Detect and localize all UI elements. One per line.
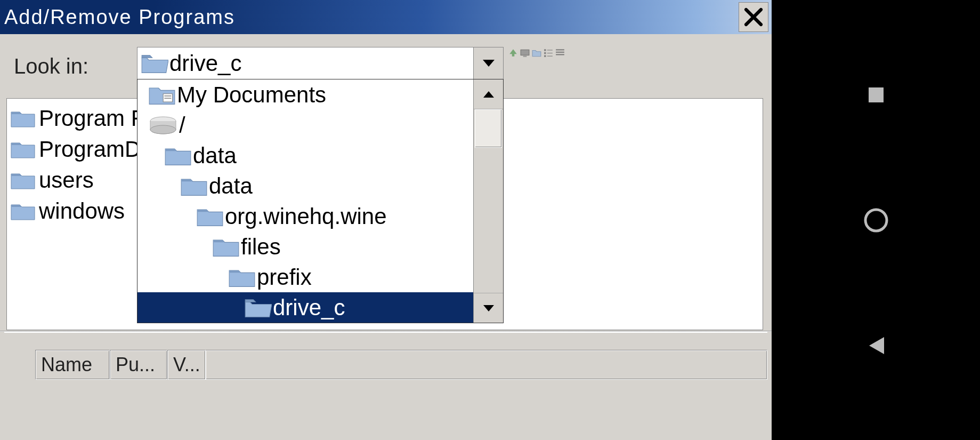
svg-rect-1 [523,56,527,57]
folder-icon [10,139,36,160]
folder-icon [10,170,36,191]
dropdown-list[interactable]: My Documents/datadataorg.winehq.winefile… [137,79,473,323]
scroll-up-button[interactable] [474,79,503,109]
recents-button[interactable] [857,76,895,114]
circle-icon [862,206,890,234]
dropdown-item[interactable]: / [137,110,473,140]
lookin-dropdown-popup: My Documents/datadataorg.winehq.winefile… [137,79,504,323]
svg-rect-10 [556,54,564,55]
new-folder-icon[interactable] [532,48,541,58]
table-header-publisher[interactable]: Pu... [110,350,167,380]
desktop-icon[interactable] [520,48,530,58]
lookin-combo[interactable]: drive_c [137,47,504,80]
folder-icon [10,201,36,222]
scroll-down-button[interactable] [474,293,503,323]
table-header-version[interactable]: V... [167,350,206,380]
dropdown-item[interactable]: data [137,140,473,171]
scroll-thumb[interactable] [475,109,502,148]
toolbar-icons [508,48,565,58]
dropdown-item[interactable]: org.winehq.wine [137,201,473,231]
svg-rect-5 [547,50,553,50]
chevron-down-icon [482,59,496,68]
svg-rect-13 [164,98,171,99]
dropdown-item[interactable]: prefix [137,262,473,292]
window-title: Add/Remove Programs [4,6,235,29]
title-bar: Add/Remove Programs [0,0,772,34]
folder-open-icon [141,52,168,75]
lookin-current-text: drive_c [169,51,241,76]
svg-rect-11 [163,93,172,101]
triangle-left-icon [866,335,886,356]
svg-rect-3 [544,52,546,54]
dropdown-item[interactable]: drive_c [137,292,473,323]
dropdown-item-label: org.winehq.wine [225,204,387,229]
dropdown-item[interactable]: My Documents [137,79,473,110]
folder-label: users [39,167,94,193]
lookin-label: Look in: [14,54,88,78]
close-button[interactable] [739,2,768,32]
dropdown-item-label: prefix [257,265,312,290]
scroll-track[interactable] [474,109,503,293]
svg-rect-12 [164,95,171,97]
svg-rect-2 [544,49,546,51]
dropdown-item[interactable]: data [137,171,473,201]
lookin-current: drive_c [137,51,473,76]
dropdown-item-label: My Documents [177,82,326,108]
android-navbar [772,0,980,440]
home-button[interactable] [857,202,895,239]
svg-rect-16 [869,87,884,102]
dropdown-item[interactable]: files [137,231,473,262]
svg-rect-6 [547,53,553,53]
chevron-up-icon [482,90,495,99]
list-view-icon[interactable] [544,48,553,58]
folder-label: windows [39,198,125,224]
dropdown-item-label: files [241,234,281,260]
table-header-name[interactable]: Name [35,350,110,380]
app-window: Add/Remove Programs Look in: drive_c [0,0,772,440]
table-header-spacer [206,350,767,380]
dropdown-item-label: / [179,113,185,138]
dropdown-item-label: drive_c [273,295,345,321]
detail-view-icon[interactable] [555,48,565,58]
dropdown-item-label: data [209,173,253,199]
up-icon[interactable] [508,48,518,58]
folder-icon [10,108,36,129]
chevron-down-icon [482,304,495,313]
svg-rect-7 [547,56,553,57]
dropdown-item-label: data [193,143,237,169]
svg-rect-0 [521,50,529,55]
svg-point-15 [150,125,176,134]
combo-dropdown-button[interactable] [473,47,503,79]
dropdown-scrollbar[interactable] [473,79,503,323]
back-button[interactable] [857,327,895,364]
svg-point-17 [865,210,887,231]
svg-rect-9 [556,52,564,53]
square-icon [867,86,885,104]
programs-table: Name Pu... V... [4,332,767,390]
close-icon [742,6,765,28]
svg-rect-8 [556,49,564,50]
svg-rect-4 [544,55,546,57]
